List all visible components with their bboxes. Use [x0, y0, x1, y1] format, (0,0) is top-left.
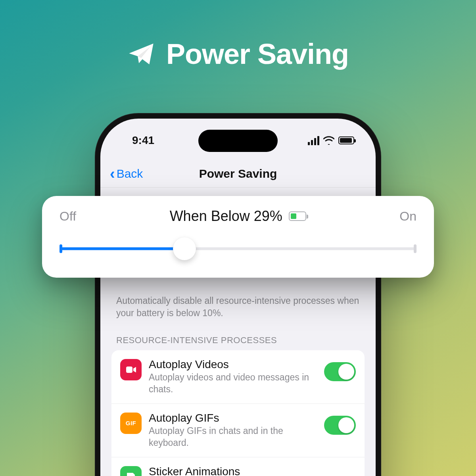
section-header: RESOURCE-INTENSIVE PROCESSES	[111, 335, 365, 350]
back-label: Back	[117, 167, 143, 180]
promo-banner: Power Saving	[0, 38, 476, 70]
status-indicators	[308, 136, 354, 145]
dynamic-island	[198, 130, 278, 152]
phone-screen: 9:41 ‹ Back	[100, 119, 376, 476]
page-title: Power Saving	[199, 167, 277, 180]
battery-threshold-card: Off When Below 29% On	[42, 196, 434, 278]
slider-max-tick	[414, 244, 416, 253]
promo-title: Power Saving	[166, 38, 349, 70]
battery-icon	[338, 136, 354, 144]
row-title: Autoplay GIFs	[149, 412, 317, 424]
row-subtitle: Autoplay videos and video messages in ch…	[149, 372, 317, 395]
slider-on-label: On	[399, 209, 416, 224]
toggle-autoplay-gifs[interactable]	[324, 416, 356, 435]
cellular-signal-icon	[308, 136, 319, 145]
video-camera-icon	[120, 359, 142, 380]
slider-thumb[interactable]	[173, 237, 196, 260]
sticker-icon	[120, 466, 142, 476]
slider-off-label: Off	[60, 209, 76, 224]
telegram-plane-icon	[127, 40, 155, 68]
row-autoplay-videos[interactable]: Autoplay Videos Autoplay videos and vide…	[111, 350, 365, 404]
svg-rect-0	[126, 367, 132, 373]
row-autoplay-gifs[interactable]: GIF Autoplay GIFs Autoplay GIFs in chats…	[111, 404, 365, 457]
processes-card: Autoplay Videos Autoplay videos and vide…	[111, 350, 365, 476]
gif-icon: GIF	[120, 413, 142, 434]
slider-title-text: When Below 29%	[170, 208, 282, 225]
slider-fill	[60, 248, 184, 250]
toggle-autoplay-videos[interactable]	[324, 362, 356, 381]
row-sticker-animations[interactable]: Sticker Animations	[111, 457, 365, 476]
battery-level-icon	[289, 211, 306, 221]
row-subtitle: Autoplay GIFs in chats and in the keyboa…	[149, 425, 317, 449]
navigation-bar: ‹ Back Power Saving	[100, 160, 376, 188]
phone-frame: 9:41 ‹ Back	[95, 113, 381, 476]
wifi-icon	[323, 136, 334, 145]
chevron-left-icon: ‹	[110, 166, 115, 181]
row-title: Autoplay Videos	[149, 358, 317, 371]
back-button[interactable]: ‹ Back	[110, 166, 143, 181]
power-saving-hint: Automatically disable all resource-inten…	[111, 295, 365, 319]
battery-threshold-slider[interactable]	[60, 238, 416, 259]
status-time: 9:41	[132, 134, 154, 147]
slider-title: When Below 29%	[170, 208, 306, 225]
row-title: Sticker Animations	[149, 465, 356, 476]
